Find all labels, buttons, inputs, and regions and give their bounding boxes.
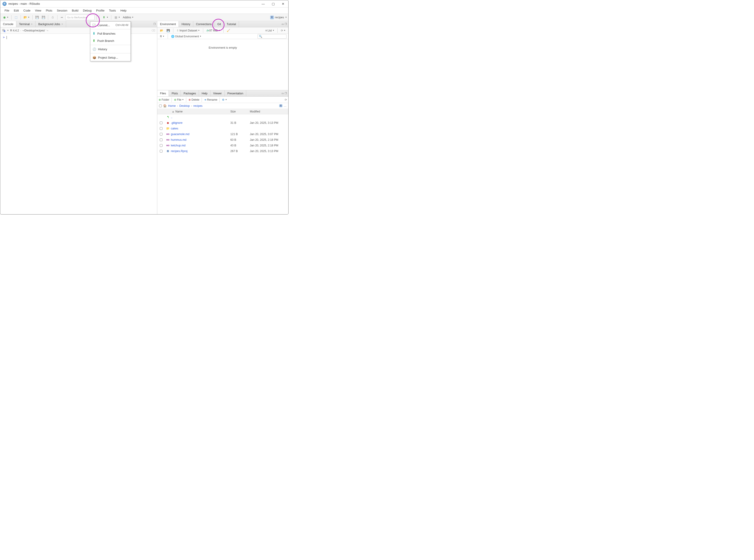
menu-code[interactable]: Code [21, 8, 32, 13]
file-row[interactable]: ◆ .gitignore 31 B Jan 20, 2025, 3:13 PM [157, 120, 288, 125]
tab-terminal[interactable]: Terminal✕ [16, 21, 36, 27]
open-file-button[interactable]: 📂▼ [23, 15, 31, 20]
file-row[interactable]: 📁 cakes [157, 125, 288, 131]
close-icon[interactable]: ✕ [31, 23, 33, 25]
tab-viewer[interactable]: Viewer [211, 90, 225, 96]
tab-history[interactable]: History [179, 21, 193, 27]
file-checkbox[interactable] [160, 133, 162, 136]
save-workspace-button[interactable]: 💾 [166, 28, 171, 33]
load-workspace-button[interactable]: 📂 [159, 28, 164, 33]
menu-debug[interactable]: Debug [81, 8, 94, 13]
minimize-button[interactable]: — [262, 2, 265, 5]
menu-edit[interactable]: Edit [12, 8, 21, 13]
minimize-pane-icon[interactable]: ▭ [281, 92, 284, 95]
maximize-pane-icon[interactable]: ❐ [285, 92, 287, 95]
file-name[interactable]: hummus.md [171, 138, 230, 141]
file-row[interactable]: R recipes.Rproj 267 B Jan 20, 2025, 3:13… [157, 148, 288, 154]
refresh-env-button[interactable]: ⟳▼ [280, 28, 286, 33]
sort-by-modified[interactable]: Modified [250, 110, 288, 113]
goto-file-input[interactable]: Go to file/function [66, 15, 95, 20]
memory-usage[interactable]: ◔87 MiB ▼ [205, 28, 221, 33]
menu-build[interactable]: Build [70, 8, 81, 13]
console-body[interactable]: > [0, 34, 157, 214]
sort-by-name[interactable]: ▲Name [171, 110, 230, 113]
file-name[interactable]: guacamole.md [171, 133, 230, 136]
close-icon[interactable]: ✕ [61, 23, 63, 25]
language-selector[interactable]: R ▼ [159, 34, 165, 39]
menu-push[interactable]: ⬆ Push Branch [90, 37, 131, 44]
tab-tutorial[interactable]: Tutorial [224, 21, 239, 27]
save-button[interactable]: 💾 [34, 15, 40, 20]
path-link-icon[interactable]: ⤷ [46, 29, 49, 32]
delete-file-button[interactable]: ⊗Delete [188, 98, 199, 101]
tab-files[interactable]: Files [157, 90, 169, 96]
maximize-pane-icon[interactable]: ❐ [285, 23, 287, 25]
goto-function[interactable]: ➦ [59, 15, 65, 20]
tab-plots[interactable]: Plots [169, 90, 181, 96]
tab-console[interactable]: Console [0, 21, 16, 27]
file-row[interactable]: MD hummus.md 63 B Jan 20, 2025, 2:18 PM [157, 137, 288, 143]
file-checkbox[interactable] [160, 144, 162, 147]
tab-presentation[interactable]: Presentation [225, 90, 246, 96]
tab-help[interactable]: Help [199, 90, 211, 96]
clear-workspace-button[interactable]: 🧹 [226, 28, 231, 33]
menu-help[interactable]: Help [118, 8, 128, 13]
grid-button[interactable]: ▦▼ [113, 15, 121, 20]
menu-history[interactable]: 🕘 History [90, 45, 131, 53]
home-icon[interactable]: 🏠 [163, 104, 167, 107]
file-name[interactable]: .gitignore [171, 121, 230, 124]
rproj-icon[interactable]: R [279, 104, 282, 107]
file-checkbox[interactable] [160, 127, 162, 130]
scope-selector[interactable]: 🌐Global Environment ▼ [170, 34, 202, 39]
new-file-button[interactable]: ◉▼ [2, 15, 9, 20]
parent-dir-row[interactable]: ↰ .. [157, 114, 288, 120]
window-icon[interactable]: ❐ [154, 23, 156, 25]
maximize-button[interactable]: ▢ [272, 2, 275, 5]
tab-packages[interactable]: Packages [181, 90, 199, 96]
menu-commit[interactable]: ✓ Commit... Ctrl+Alt+M [90, 21, 131, 29]
more-button[interactable]: ⚙ ▼ [222, 98, 227, 101]
save-all-button[interactable]: 💾 [41, 15, 46, 20]
tab-environment[interactable]: Environment [157, 21, 179, 27]
env-search-input[interactable]: 🔍 [258, 34, 286, 39]
menu-session[interactable]: Session [55, 8, 69, 13]
file-row[interactable]: MD ketchup.md 43 B Jan 20, 2025, 2:18 PM [157, 143, 288, 148]
file-checkbox[interactable] [160, 121, 162, 124]
select-all-checkbox[interactable] [159, 104, 162, 107]
breadcrumb-home[interactable]: Home [168, 104, 176, 107]
menu-plots[interactable]: Plots [44, 8, 54, 13]
file-name[interactable]: ketchup.md [171, 144, 230, 147]
file-row[interactable]: MD guacamole.md 121 B Jan 20, 2025, 3:07… [157, 131, 288, 137]
project-selector[interactable]: R recipes ▼ [270, 16, 287, 19]
menu-profile[interactable]: Profile [94, 8, 106, 13]
tab-connections[interactable]: Connections [193, 21, 215, 27]
file-checkbox[interactable] [160, 138, 162, 141]
new-project-button[interactable]: ⬚ [13, 15, 19, 20]
new-folder-button[interactable]: ⊕Folder [159, 98, 169, 101]
file-name[interactable]: cakes [171, 127, 230, 130]
sort-by-size[interactable]: Size [230, 110, 250, 113]
clear-console-icon[interactable]: ⌫ [152, 29, 155, 32]
view-mode-button[interactable]: ≡List ▼ [264, 28, 275, 33]
breadcrumb-recipes[interactable]: recipes [194, 104, 202, 107]
import-dataset-button[interactable]: ⇩Import Dataset ▼ [176, 28, 201, 33]
new-blank-file-button[interactable]: ⊕File ▼ [174, 98, 184, 101]
file-name[interactable]: recipes.Rproj [171, 149, 230, 153]
breadcrumb-desktop[interactable]: Desktop [179, 104, 190, 107]
menu-project-setup[interactable]: 📦 Project Setup... [90, 54, 131, 61]
menu-pull[interactable]: ⬇ Pull Branches [90, 30, 131, 37]
menu-file[interactable]: File [2, 8, 11, 13]
tab-background-jobs[interactable]: Background Jobs✕ [36, 21, 66, 27]
tab-git[interactable]: Git [215, 21, 224, 27]
minimize-pane-icon[interactable]: ▭ [281, 23, 284, 25]
rename-file-button[interactable]: ➜Rename [204, 98, 217, 101]
print-button[interactable]: ⎙ [50, 15, 56, 20]
file-checkbox[interactable] [160, 150, 162, 153]
vcs-button[interactable]: ⬍▼ [101, 15, 109, 20]
refresh-files-button[interactable]: ⟳ [285, 98, 287, 101]
close-button[interactable]: ✕ [281, 2, 285, 5]
more-path-button[interactable]: … [284, 104, 287, 107]
addins-button[interactable]: Addins ▼ [122, 15, 135, 20]
menu-view[interactable]: View [33, 8, 43, 13]
menu-tools[interactable]: Tools [107, 8, 118, 13]
